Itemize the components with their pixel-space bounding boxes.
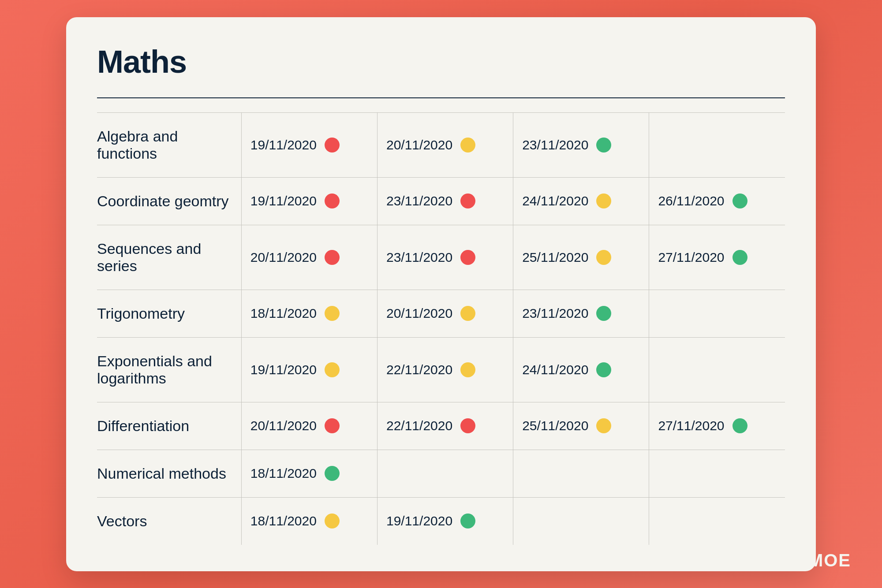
entry-cell: 18/11/2020 — [241, 497, 377, 545]
entry-date: 19/11/2020 — [386, 514, 452, 528]
entry-cell: 20/11/2020 — [377, 290, 513, 337]
entry-date: 19/11/2020 — [250, 362, 317, 377]
entry-cell: 27/11/2020 — [649, 402, 785, 450]
entry-cell: 19/11/2020 — [377, 497, 513, 545]
entry-cell — [513, 450, 649, 497]
green-dot — [733, 418, 747, 433]
entry-date: 25/11/2020 — [522, 250, 588, 265]
entry-cell: 26/11/2020 — [649, 177, 785, 225]
entry-date: 23/11/2020 — [522, 306, 588, 321]
orange-dot — [325, 306, 340, 321]
green-dot — [733, 250, 747, 265]
orange-dot — [596, 418, 611, 433]
entry-cell: 25/11/2020 — [513, 402, 649, 450]
entry-date: 25/11/2020 — [522, 418, 588, 433]
green-dot — [596, 306, 611, 321]
entry-date: 27/11/2020 — [658, 418, 724, 433]
topic-cell: Exponentials and logarithms — [97, 337, 241, 402]
entry-date: 19/11/2020 — [250, 138, 317, 153]
topic-cell: Vectors — [97, 497, 241, 545]
orange-dot — [596, 250, 611, 265]
entry-date: 19/11/2020 — [250, 194, 317, 208]
red-dot — [325, 418, 340, 433]
entry-date: 24/11/2020 — [522, 362, 588, 377]
entry-date: 24/11/2020 — [522, 194, 588, 208]
entry-cell — [513, 497, 649, 545]
red-dot — [460, 194, 475, 208]
entry-date: 27/11/2020 — [658, 250, 724, 265]
entry-cell: 25/11/2020 — [513, 225, 649, 290]
entry-cell — [649, 112, 785, 177]
entry-date: 20/11/2020 — [386, 138, 452, 153]
entry-cell: 24/11/2020 — [513, 177, 649, 225]
entry-cell: 23/11/2020 — [513, 290, 649, 337]
entry-cell: 18/11/2020 — [241, 450, 377, 497]
red-dot — [460, 418, 475, 433]
entry-cell — [649, 497, 785, 545]
green-dot — [596, 138, 611, 153]
entry-date: 18/11/2020 — [250, 466, 317, 481]
entry-cell: 27/11/2020 — [649, 225, 785, 290]
entry-cell: 20/11/2020 — [241, 402, 377, 450]
table-row: Differentiation20/11/202022/11/202025/11… — [97, 402, 785, 450]
entry-date: 23/11/2020 — [386, 194, 452, 208]
page-title: Maths — [97, 44, 785, 80]
green-dot — [325, 466, 340, 481]
green-dot — [733, 194, 747, 208]
entry-cell: 19/11/2020 — [241, 177, 377, 225]
entry-cell — [649, 337, 785, 402]
entry-cell — [649, 290, 785, 337]
entry-cell: 20/11/2020 — [377, 112, 513, 177]
green-dot — [460, 514, 475, 528]
entry-date: 18/11/2020 — [250, 306, 317, 321]
entry-cell — [377, 450, 513, 497]
entry-cell: 24/11/2020 — [513, 337, 649, 402]
entry-date: 20/11/2020 — [250, 250, 317, 265]
entry-cell: 18/11/2020 — [241, 290, 377, 337]
entry-date: 23/11/2020 — [386, 250, 452, 265]
red-dot — [460, 250, 475, 265]
entry-date: 22/11/2020 — [386, 362, 452, 377]
topics-table: Algebra and functions19/11/202020/11/202… — [97, 97, 785, 545]
entry-cell: 22/11/2020 — [377, 337, 513, 402]
table-row: Coordinate geomtry19/11/202023/11/202024… — [97, 177, 785, 225]
table-row: Exponentials and logarithms19/11/202022/… — [97, 337, 785, 402]
entry-cell: 22/11/2020 — [377, 402, 513, 450]
orange-dot — [460, 138, 475, 153]
entry-date: 22/11/2020 — [386, 418, 452, 433]
entry-cell: 19/11/2020 — [241, 337, 377, 402]
main-card: Maths Algebra and functions19/11/202020/… — [66, 17, 816, 571]
orange-dot — [460, 306, 475, 321]
orange-dot — [596, 194, 611, 208]
entry-cell: 23/11/2020 — [377, 177, 513, 225]
red-dot — [325, 138, 340, 153]
orange-dot — [460, 362, 475, 377]
topic-cell: Algebra and functions — [97, 112, 241, 177]
table-row: Algebra and functions19/11/202020/11/202… — [97, 112, 785, 177]
entry-cell: 23/11/2020 — [377, 225, 513, 290]
entry-cell — [649, 450, 785, 497]
red-dot — [325, 194, 340, 208]
table-row: Vectors18/11/202019/11/2020 — [97, 497, 785, 545]
orange-dot — [325, 362, 340, 377]
green-dot — [596, 362, 611, 377]
topic-cell: Trigonometry — [97, 290, 241, 337]
table-row: Numerical methods18/11/2020 — [97, 450, 785, 497]
topic-cell: Coordinate geomtry — [97, 177, 241, 225]
entry-cell: 20/11/2020 — [241, 225, 377, 290]
jamoe-logo: JAMOE — [784, 551, 851, 570]
table-row: Sequences and series20/11/202023/11/2020… — [97, 225, 785, 290]
entry-date: 20/11/2020 — [386, 306, 452, 321]
entry-cell: 19/11/2020 — [241, 112, 377, 177]
topic-cell: Differentiation — [97, 402, 241, 450]
topic-cell: Sequences and series — [97, 225, 241, 290]
table-row: Trigonometry18/11/202020/11/202023/11/20… — [97, 290, 785, 337]
orange-dot — [325, 514, 340, 528]
entry-date: 20/11/2020 — [250, 418, 317, 433]
red-dot — [325, 250, 340, 265]
entry-date: 18/11/2020 — [250, 514, 317, 528]
entry-cell: 23/11/2020 — [513, 112, 649, 177]
entry-date: 23/11/2020 — [522, 138, 588, 153]
entry-date: 26/11/2020 — [658, 194, 724, 208]
topic-cell: Numerical methods — [97, 450, 241, 497]
